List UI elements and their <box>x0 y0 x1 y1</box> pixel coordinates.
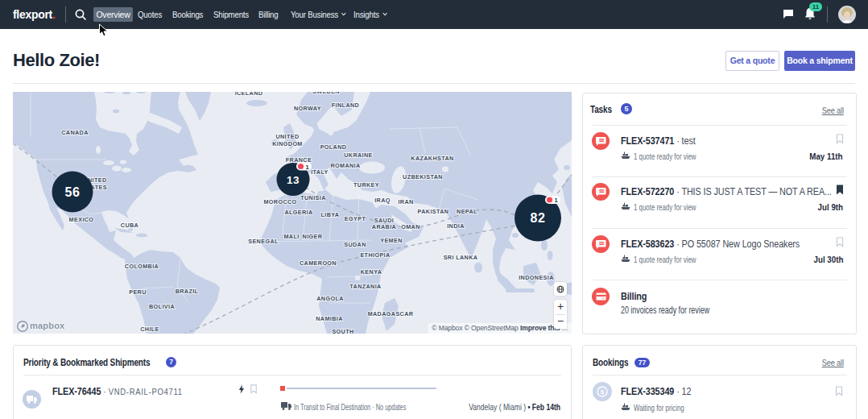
svg-text:MADAGASCAR: MADAGASCAR <box>368 310 414 317</box>
svg-text:UNITED: UNITED <box>275 133 299 140</box>
svg-text:13: 13 <box>287 174 300 186</box>
svg-text:SWEDEN: SWEDEN <box>312 92 340 95</box>
svg-text:IRAQ: IRAQ <box>374 197 391 204</box>
svg-text:UZBEKISTAN: UZBEKISTAN <box>403 173 443 180</box>
svg-text:CANADA: CANADA <box>61 129 89 136</box>
svg-text:NAMIBIA: NAMIBIA <box>316 315 343 322</box>
svg-text:ROMANIA: ROMANIA <box>330 162 360 169</box>
svg-text:NORWAY: NORWAY <box>294 105 321 112</box>
svg-text:CHILE: CHILE <box>140 326 159 333</box>
svg-text:MEXICO: MEXICO <box>69 216 94 223</box>
svg-text:NIGER: NIGER <box>303 233 323 240</box>
svg-text:TANZANIA: TANZANIA <box>349 283 381 290</box>
svg-text:82: 82 <box>531 211 546 225</box>
svg-text:INDONESIA: INDONESIA <box>519 274 554 281</box>
svg-text:BOLIVIA: BOLIVIA <box>149 303 175 310</box>
svg-text:KAZAKHSTAN: KAZAKHSTAN <box>411 155 453 162</box>
svg-text:BRAZIL: BRAZIL <box>176 288 199 295</box>
svg-text:TUNISIA: TUNISIA <box>300 194 326 201</box>
svg-text:MOROCCO: MOROCCO <box>263 198 296 205</box>
svg-text:NEPAL: NEPAL <box>457 208 477 215</box>
svg-text:INDIA: INDIA <box>447 222 465 230</box>
svg-text:IRAN: IRAN <box>398 198 413 205</box>
svg-text:SENEGAL: SENEGAL <box>248 238 279 245</box>
svg-text:ETHIOPIA: ETHIOPIA <box>360 251 390 259</box>
svg-text:KINGDOM: KINGDOM <box>272 140 303 147</box>
svg-text:ICELAND: ICELAND <box>235 92 263 97</box>
svg-text:SUDAN: SUDAN <box>344 241 366 248</box>
svg-text:ALGERIA: ALGERIA <box>284 209 312 216</box>
svg-text:CUBA: CUBA <box>121 222 138 229</box>
svg-text:PERU: PERU <box>129 288 147 296</box>
svg-text:MALI: MALI <box>283 233 299 240</box>
svg-text:EGYPT: EGYPT <box>345 215 366 222</box>
svg-text:COLOMBIA: COLOMBIA <box>125 263 159 270</box>
svg-text:POLAND: POLAND <box>320 143 347 151</box>
svg-text:SRI LANKA: SRI LANKA <box>444 254 478 261</box>
svg-text:1: 1 <box>554 197 557 204</box>
svg-text:SOUTH: SOUTH <box>332 328 353 334</box>
svg-text:56: 56 <box>65 185 81 199</box>
svg-text:UKRAINE: UKRAINE <box>344 151 373 159</box>
svg-text:KENYA: KENYA <box>361 268 382 276</box>
svg-text:CAMEROON: CAMEROON <box>300 259 337 267</box>
svg-text:1: 1 <box>305 164 308 171</box>
svg-text:PAKISTAN: PAKISTAN <box>418 208 449 215</box>
svg-text:LIBYA: LIBYA <box>321 211 340 218</box>
svg-text:$: $ <box>601 388 605 396</box>
svg-text:OMAN: OMAN <box>401 223 420 230</box>
svg-text:TURKEY: TURKEY <box>353 181 379 189</box>
svg-text:YEMEN: YEMEN <box>380 237 403 244</box>
svg-text:ANGOLA: ANGOLA <box>316 295 344 302</box>
svg-text:ITALY: ITALY <box>311 168 329 176</box>
svg-text:FINLAND: FINLAND <box>332 102 359 109</box>
svg-text:ARABIA: ARABIA <box>372 223 396 230</box>
